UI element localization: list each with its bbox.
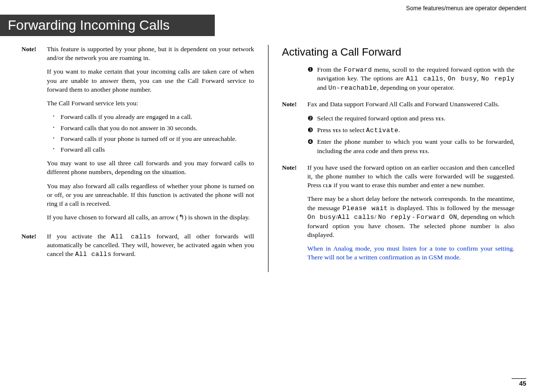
list-item: Forward all calls <box>53 145 254 154</box>
body-text: If you activate the All calls forward, a… <box>47 232 254 259</box>
body-text: If you have chosen to forward all calls,… <box>47 213 254 222</box>
body-text: Fax and Data support Forward All Calls a… <box>308 100 515 109</box>
step-number-icon: ❹ <box>308 137 317 155</box>
note-block-2: Note! If you activate the All calls forw… <box>21 232 254 264</box>
body-text: You may also forward all calls regardles… <box>47 182 254 209</box>
yes-key: yes <box>419 148 428 155</box>
body-text: This feature is supported by your phone,… <box>47 45 254 62</box>
note-block-4: Note! If you have used the forward optio… <box>282 163 515 267</box>
analog-mode-note: When in Analog mode, you must listen for… <box>308 244 515 262</box>
page-title: Forwarding Incoming Calls <box>0 15 215 36</box>
column-divider <box>268 45 268 272</box>
note-label: Note! <box>21 45 47 227</box>
list-item: Forward calls if your phone is turned of… <box>53 135 254 143</box>
operator-dependent-note: Some features/menus are operator depende… <box>0 0 536 12</box>
note-label: Note! <box>21 232 47 264</box>
clr-key: clr <box>323 182 331 189</box>
step-number-icon: ❸ <box>308 126 317 135</box>
note-label: Note! <box>282 100 308 158</box>
page-number: 45 <box>512 378 526 387</box>
left-column: Note! This feature is supported by your … <box>10 45 266 272</box>
bullet-list: Forward calls if you already are engaged… <box>47 113 254 154</box>
lcd-text: All calls <box>75 251 112 258</box>
step-text: Enter the phone number to which you want… <box>317 137 515 155</box>
section-heading: Activating a Call Forward <box>282 45 515 59</box>
yes-key: yes <box>332 127 341 134</box>
lcd-text: All calls <box>111 233 151 240</box>
step-text: Select the required forward option and p… <box>317 114 515 123</box>
body-text: If you want to make certain that your in… <box>47 67 254 94</box>
yes-key: yes <box>435 115 444 122</box>
right-column: Activating a Call Forward ❶ From the For… <box>270 45 527 272</box>
step-number-icon: ❶ <box>308 65 317 93</box>
body-text: There may be a short delay before the ne… <box>308 195 515 239</box>
body-text: You may want to use all three call forwa… <box>47 159 254 176</box>
list-item: Forward calls that you do not answer in … <box>53 124 254 133</box>
note-block-3: Note! Fax and Data support Forward All C… <box>282 100 515 158</box>
content-columns: Note! This feature is supported by your … <box>0 36 536 272</box>
note-label: Note! <box>282 163 308 267</box>
list-item: Forward calls if you already are engaged… <box>53 113 254 121</box>
note-block-1: Note! This feature is supported by your … <box>21 45 254 227</box>
forward-arrow-icon: ↰ <box>179 214 185 221</box>
body-text: If you have used the forward option on a… <box>308 163 515 190</box>
step-text: Press yes to select Activate. <box>317 126 515 135</box>
step-text: From the Forward menu, scroll to the req… <box>317 65 515 93</box>
step-number-icon: ❷ <box>308 114 317 123</box>
step-group: ❶ From the Forward menu, scroll to the r… <box>282 65 515 96</box>
body-text: The Call Forward service lets you: <box>47 99 254 108</box>
